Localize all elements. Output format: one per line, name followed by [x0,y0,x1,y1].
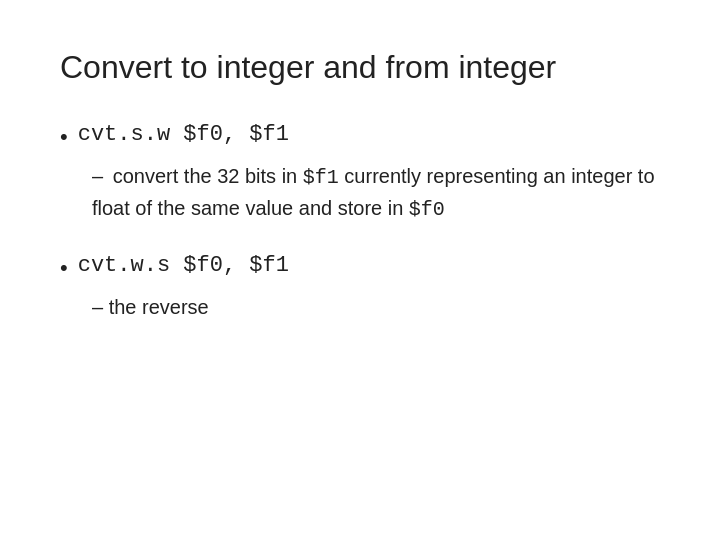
dash-icon: – [92,165,103,187]
bullet-dot: • [60,251,68,284]
bullet1-code: cvt.s.w $f0, $f1 [78,118,289,151]
bullet2-subitem: – the reverse [92,292,660,322]
bullet1-sub-code2: $f0 [409,198,445,221]
bullet1-sub-text: – convert the 32 bits in $f1 currently r… [92,165,655,219]
bullet2-code: cvt.w.s $f0, $f1 [78,249,289,282]
list-item: • cvt.s.w $f0, $f1 – convert the 32 bits… [60,118,660,237]
bullet1-sub-code1: $f1 [303,166,339,189]
bullet1-sub-prefix: convert the 32 bits in [113,165,303,187]
bullet-dot: • [60,120,68,153]
slide: Convert to integer and from integer • cv… [0,0,720,540]
bullet-list: • cvt.s.w $f0, $f1 – convert the 32 bits… [60,118,660,322]
slide-title: Convert to integer and from integer [60,48,660,86]
list-item: • cvt.w.s $f0, $f1 – the reverse [60,249,660,322]
bullet1-subitem: – convert the 32 bits in $f1 currently r… [92,161,660,225]
bullet2-sub-text: – the reverse [92,296,209,318]
